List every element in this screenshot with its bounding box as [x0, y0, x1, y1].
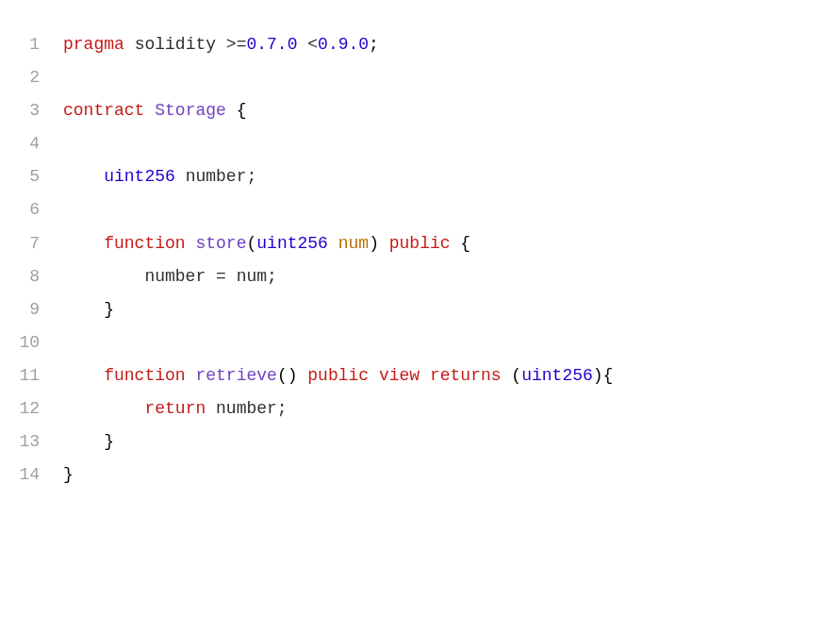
code-line: }: [63, 458, 613, 491]
code-line: }: [63, 425, 613, 458]
code-token: Storage: [155, 101, 226, 120]
code-token: public: [307, 366, 369, 385]
line-number: 4: [19, 127, 40, 160]
code-token: contract: [63, 101, 144, 120]
code-token: {: [226, 101, 247, 120]
code-token: retrieve: [195, 366, 276, 385]
code-line: function retrieve() public view returns …: [63, 359, 613, 392]
code-line: uint256 number;: [63, 160, 613, 193]
code-token: <: [297, 35, 318, 54]
code-token: }: [63, 465, 74, 484]
line-number: 6: [19, 193, 40, 226]
code-token: ;: [369, 35, 379, 54]
code-token: (): [277, 366, 307, 385]
line-number: 1: [19, 28, 40, 61]
code-line: [63, 127, 613, 160]
code-token: uint256: [521, 366, 593, 385]
code-token: ){: [593, 366, 614, 385]
code-token: view: [379, 366, 420, 385]
line-number: 10: [19, 326, 40, 359]
code-token: [420, 366, 430, 385]
code-token: solidity: [135, 35, 216, 54]
code-line: [63, 326, 613, 359]
code-token: }: [63, 300, 114, 319]
code-token: pragma: [63, 35, 124, 54]
line-number: 14: [19, 458, 40, 491]
code-token: uint256: [104, 167, 175, 186]
code-token: public: [389, 234, 451, 253]
code-token: number = num;: [63, 267, 277, 286]
code-block: 1234567891011121314 pragma solidity >=0.…: [19, 28, 821, 491]
code-token: (: [502, 366, 522, 385]
line-number: 5: [19, 160, 40, 193]
code-token: }: [63, 432, 114, 451]
line-number: 7: [19, 227, 40, 260]
code-token: returns: [430, 366, 502, 385]
code-token: [63, 399, 144, 418]
code-token: number;: [206, 399, 287, 418]
code-line: contract Storage {: [63, 94, 613, 127]
code-token: uint256: [256, 234, 328, 253]
code-token: [186, 234, 196, 253]
code-token: 0.7.0: [246, 35, 297, 54]
line-number: 13: [19, 425, 40, 458]
code-token: num: [338, 234, 369, 253]
code-line: return number;: [63, 392, 613, 425]
line-number: 2: [19, 61, 40, 94]
line-number-gutter: 1234567891011121314: [19, 28, 63, 491]
code-line: [63, 61, 613, 94]
code-token: [124, 35, 135, 54]
code-token: 0.9.0: [318, 35, 369, 54]
code-token: [63, 366, 104, 385]
code-token: {: [451, 234, 471, 253]
code-line: pragma solidity >=0.7.0 <0.9.0;: [63, 28, 613, 61]
code-token: store: [195, 234, 246, 253]
code-token: return: [144, 399, 206, 418]
code-line: }: [63, 293, 613, 326]
code-token: >=: [216, 35, 246, 54]
code-token: number;: [175, 167, 256, 186]
code-token: function: [104, 366, 185, 385]
line-number: 11: [19, 359, 40, 392]
code-token: [369, 366, 379, 385]
source-code: pragma solidity >=0.7.0 <0.9.0; contract…: [63, 28, 613, 491]
code-token: [63, 234, 104, 253]
code-token: [328, 234, 338, 253]
code-line: [63, 193, 613, 226]
line-number: 12: [19, 392, 40, 425]
code-token: [63, 167, 104, 186]
line-number: 9: [19, 293, 40, 326]
line-number: 8: [19, 260, 40, 293]
code-token: [186, 366, 196, 385]
code-line: function store(uint256 num) public {: [63, 227, 613, 260]
code-token: (: [246, 234, 256, 253]
code-token: ): [369, 234, 389, 253]
code-token: function: [104, 234, 185, 253]
code-token: [144, 101, 155, 120]
line-number: 3: [19, 94, 40, 127]
code-line: number = num;: [63, 260, 613, 293]
